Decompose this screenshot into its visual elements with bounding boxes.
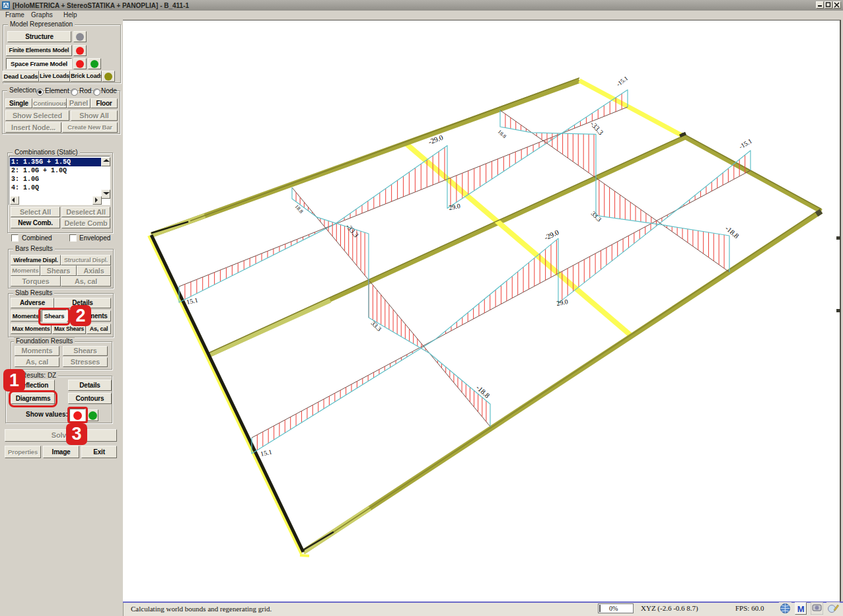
svg-text:29.0: 29.0 [556, 298, 568, 307]
svg-text:18.8: 18.8 [294, 203, 305, 214]
svg-text:-18.8: -18.8 [475, 384, 492, 400]
svg-text:-15.1: -15.1 [615, 75, 629, 87]
svg-text:29.0: 29.0 [448, 202, 460, 211]
svg-text:-29.0: -29.0 [543, 228, 560, 242]
svg-text:-33.3: -33.3 [344, 222, 360, 240]
svg-text:-15.1: -15.1 [738, 137, 754, 151]
svg-text:18.8: 18.8 [497, 129, 507, 139]
svg-text:-18.8: -18.8 [724, 224, 741, 240]
svg-text:15.1: 15.1 [186, 296, 198, 306]
svg-text:33.3: 33.3 [590, 210, 603, 223]
svg-text:15.1: 15.1 [260, 448, 272, 458]
